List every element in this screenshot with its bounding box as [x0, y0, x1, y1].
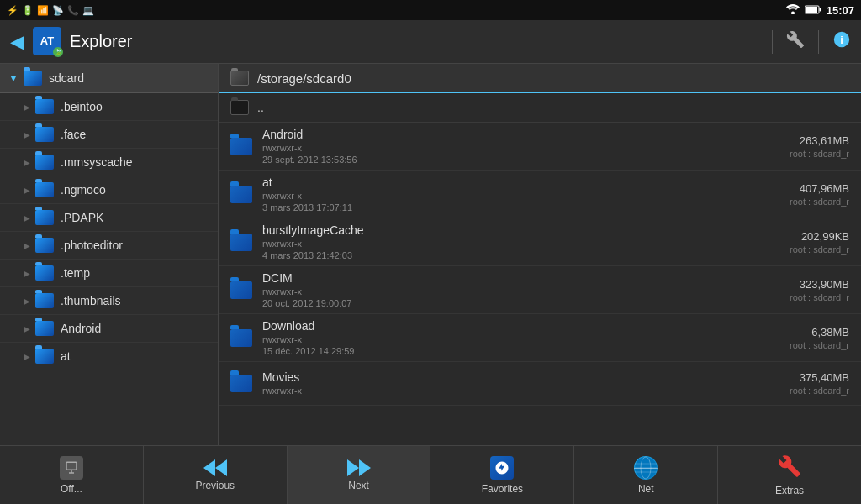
favorites-button[interactable]: Favorites	[430, 446, 574, 505]
wifi-icon-status: 📡	[52, 5, 64, 16]
file-permissions: rwxrwxr-x	[262, 286, 748, 297]
extras-icon	[778, 454, 801, 481]
item-arrow-icon: ▶	[24, 186, 30, 195]
file-size-column: 375,40MB root : sdcard_r	[748, 371, 849, 396]
file-size-column: 407,96MB root : sdcard_r	[748, 182, 849, 207]
sidebar-item-mmsyscache[interactable]: ▶ .mmsyscache	[0, 149, 218, 176]
file-owner: root : sdcard_r	[748, 340, 849, 350]
off-button[interactable]: Off...	[0, 446, 144, 505]
sidebar-item-pdapk[interactable]: ▶ .PDAPK	[0, 204, 218, 232]
table-row[interactable]: burstlyImageCache rwxrwxr-x 4 mars 2013 …	[219, 218, 861, 266]
sidebar-item-ngmoco[interactable]: ▶ .ngmoco	[0, 176, 218, 204]
net-icon	[634, 456, 658, 480]
main-content: ▼ sdcard ▶ .beintoo ▶ .face ▶ .mmsyscach…	[0, 64, 861, 445]
svg-point-0	[791, 12, 795, 15]
item-arrow-icon: ▶	[24, 102, 30, 112]
status-right-icons: 15:07	[786, 4, 854, 17]
sidebar-item-beintoo[interactable]: ▶ .beintoo	[0, 93, 218, 121]
logo-text: AT	[40, 34, 54, 47]
folder-icon	[35, 127, 54, 142]
svg-rect-6	[66, 462, 77, 470]
net-button[interactable]: Net	[574, 446, 718, 505]
sidebar-item-temp[interactable]: ▶ .temp	[0, 260, 218, 287]
sdcard-folder-icon	[24, 71, 42, 86]
bottom-toolbar: Off... Previous Next Favorites	[0, 445, 861, 504]
title-actions: i	[772, 30, 851, 54]
svg-rect-2	[806, 7, 817, 13]
previous-icon	[203, 459, 227, 476]
parent-directory[interactable]: ..	[219, 93, 861, 123]
desktop-icon: 💻	[82, 5, 94, 16]
table-row[interactable]: Download rwxrwxr-x 15 déc. 2012 14:29:59…	[219, 314, 861, 362]
item-label: .beintoo	[61, 100, 103, 113]
file-info: burstlyImageCache rwxrwxr-x 4 mars 2013 …	[262, 223, 748, 260]
file-owner: root : sdcard_r	[748, 149, 849, 159]
table-row[interactable]: at rwxrwxr-x 3 mars 2013 17:07:11 407,96…	[219, 171, 861, 218]
favorites-label: Favorites	[482, 483, 523, 495]
file-name: Download	[262, 319, 748, 333]
sidebar-item-android[interactable]: ▶ Android	[0, 315, 218, 343]
sidebar-item-at[interactable]: ▶ at	[0, 343, 218, 370]
back-button[interactable]: ◀	[10, 31, 24, 53]
wrench-icon[interactable]	[786, 30, 805, 53]
wifi-signal-icon	[786, 4, 800, 16]
file-name: DCIM	[262, 271, 748, 285]
table-row[interactable]: Movies rwxrwxr-x 375,40MB root : sdcard_…	[219, 362, 861, 406]
folder-icon	[35, 293, 54, 308]
path-folder-icon	[230, 71, 249, 86]
file-size: 407,96MB	[748, 182, 849, 195]
file-name: Android	[262, 128, 748, 141]
net-label: Net	[638, 483, 654, 495]
logo-leaf-icon: 🍃	[53, 47, 63, 57]
folder-icon	[35, 349, 54, 364]
file-size: 375,40MB	[748, 371, 849, 384]
file-permissions: rwxrwxr-x	[262, 334, 748, 344]
file-info: Movies rwxrwxr-x	[262, 370, 748, 397]
title-bar: ◀ AT 🍃 Explorer i	[0, 20, 861, 64]
file-size: 202,99KB	[748, 230, 849, 243]
sidebar-item-sdcard[interactable]: ▼ sdcard	[0, 64, 218, 93]
sdcard-label: sdcard	[49, 71, 84, 85]
battery-status-icon	[805, 5, 821, 16]
folder-icon	[230, 375, 252, 392]
item-arrow-icon: ▶	[24, 130, 30, 139]
item-label: .photoeditor	[61, 239, 123, 252]
folder-icon	[230, 138, 252, 155]
item-label: .ngmoco	[61, 183, 106, 197]
folder-icon	[35, 182, 54, 197]
table-row[interactable]: Android rwxrwxr-x 29 sept. 2012 13:53:56…	[219, 123, 861, 171]
path-header: /storage/sdcard0	[219, 64, 861, 93]
item-label: .temp	[61, 266, 90, 280]
item-label: Android	[61, 322, 101, 335]
file-size: 6,38MB	[748, 326, 849, 339]
extras-label: Extras	[775, 485, 804, 496]
time-display: 15:07	[827, 4, 854, 17]
item-label: at	[61, 349, 71, 363]
parent-dir-icon	[230, 100, 249, 115]
previous-button[interactable]: Previous	[144, 446, 288, 505]
file-info: Download rwxrwxr-x 15 déc. 2012 14:29:59	[262, 319, 748, 356]
folder-icon	[35, 155, 54, 170]
file-name: Movies	[262, 370, 748, 384]
off-icon	[60, 456, 83, 480]
extras-button[interactable]: Extras	[718, 446, 861, 505]
file-size-column: 6,38MB root : sdcard_r	[748, 326, 849, 350]
sidebar-item-thumbnails[interactable]: ▶ .thumbnails	[0, 287, 218, 315]
folder-icon	[230, 234, 252, 251]
svg-marker-12	[359, 459, 371, 476]
table-row[interactable]: DCIM rwxrwxr-x 20 oct. 2012 19:00:07 323…	[219, 266, 861, 314]
sidebar-item-face[interactable]: ▶ .face	[0, 121, 218, 149]
sidebar-item-photoeditor[interactable]: ▶ .photoeditor	[0, 232, 218, 260]
info-icon[interactable]: i	[832, 30, 851, 53]
sdcard-arrow-icon: ▼	[8, 72, 18, 84]
file-size: 263,61MB	[748, 134, 849, 147]
favorites-icon	[490, 456, 514, 480]
folder-icon	[230, 186, 252, 203]
item-label: .PDAPK	[61, 211, 103, 224]
next-button[interactable]: Next	[288, 446, 431, 505]
file-size: 323,90MB	[748, 278, 849, 291]
file-permissions: rwxrwxr-x	[262, 143, 748, 153]
svg-marker-10	[215, 459, 227, 476]
file-date: 15 déc. 2012 14:29:59	[262, 346, 748, 356]
parent-dir-label: ..	[257, 101, 264, 114]
